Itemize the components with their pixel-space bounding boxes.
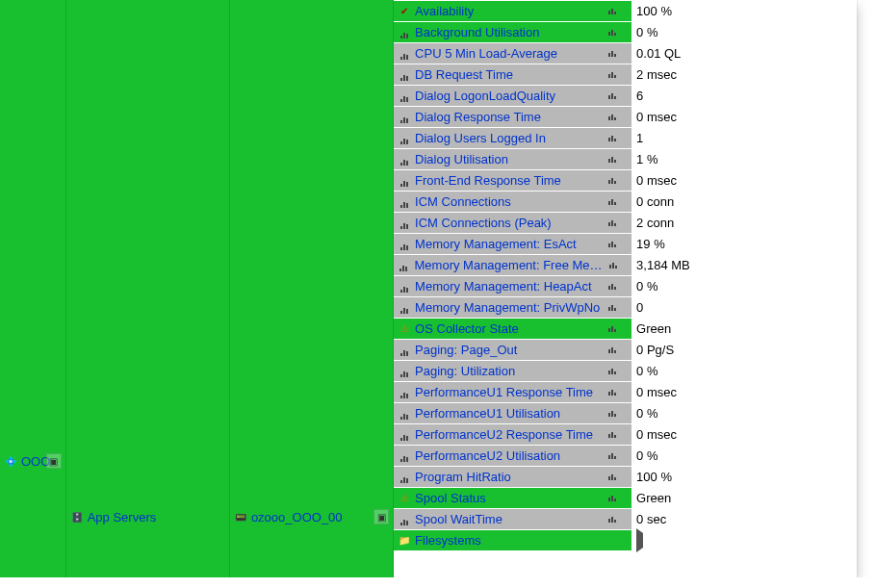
bar-chart-icon <box>398 112 411 123</box>
metric-row-name: PerformanceU1 Response Time <box>394 381 632 402</box>
tree-link-instance[interactable]: ozooo_OOO_00 <box>251 510 343 524</box>
mini-chart-icon[interactable] <box>608 115 624 120</box>
bar-chart-icon <box>398 366 411 377</box>
metric-link[interactable]: Memory Management: HeapAct <box>415 279 608 294</box>
expand-toggle[interactable]: ▣ <box>374 509 389 524</box>
mini-chart-icon[interactable] <box>608 30 624 36</box>
metric-link[interactable]: DB Request Time <box>415 67 608 82</box>
mini-chart-icon[interactable] <box>608 517 624 523</box>
metric-row-name: Dialog Users Logged In <box>394 127 632 148</box>
metric-link[interactable]: Program HitRatio <box>415 470 608 484</box>
bar-chart-icon <box>398 514 411 525</box>
metric-value-column: 100 %0 %0.01 QL2 msec60 msec11 %0 msec0 … <box>632 0 857 577</box>
metric-link[interactable]: Spool WaitTime <box>415 512 608 526</box>
mini-chart-icon[interactable] <box>608 432 624 438</box>
metric-link[interactable]: Dialog LogonLoadQuality <box>415 89 608 103</box>
mini-chart-icon[interactable] <box>608 347 624 353</box>
metric-row-value: 0 conn <box>632 191 857 212</box>
mini-chart-icon[interactable] <box>608 496 624 501</box>
metric-row-name: PerformanceU2 Response Time <box>394 423 632 445</box>
metric-link[interactable]: OS Collector State <box>415 321 608 336</box>
metric-link[interactable]: ICM Connections (Peak) <box>415 216 608 230</box>
metric-value: 0 % <box>636 448 657 463</box>
bar-chart-icon <box>398 27 411 38</box>
bar-chart-icon <box>398 429 411 441</box>
bar-chart-icon <box>398 196 411 208</box>
metric-link[interactable]: Filesystems <box>415 533 628 548</box>
bar-chart-icon <box>398 90 411 102</box>
metric-value: 0 msec <box>636 110 677 124</box>
metric-link[interactable]: PerformanceU2 Response Time <box>415 427 608 442</box>
metric-link[interactable]: ICM Connections <box>415 194 608 209</box>
mini-chart-icon[interactable] <box>608 157 624 163</box>
metric-link[interactable]: CPU 5 Min Load-Average <box>415 46 608 61</box>
bar-chart-icon <box>398 387 411 398</box>
metric-link[interactable]: Spool Status <box>415 491 608 505</box>
mini-chart-icon[interactable] <box>608 136 624 141</box>
mini-chart-icon[interactable] <box>608 390 624 396</box>
metric-row-value: 0 msec <box>632 169 857 191</box>
metric-link[interactable]: Front-End Response Time <box>415 173 608 188</box>
mini-chart-icon[interactable] <box>608 411 624 417</box>
metric-row-value: 2 msec <box>632 64 857 85</box>
metric-link[interactable]: PerformanceU1 Response Time <box>415 385 608 399</box>
metric-row-value: 0 <box>632 296 857 318</box>
mini-chart-icon[interactable] <box>608 51 624 57</box>
mini-chart-icon[interactable] <box>608 199 624 205</box>
mini-chart-icon[interactable] <box>608 474 624 480</box>
bar-chart-icon <box>398 69 411 81</box>
bar-chart-icon <box>398 281 411 293</box>
mini-chart-icon[interactable] <box>608 72 624 78</box>
metric-row-name: Dialog Response Time <box>394 106 632 127</box>
mini-chart-icon[interactable] <box>608 305 624 311</box>
metric-row-value: 0 sec <box>632 508 857 529</box>
mini-chart-icon[interactable] <box>608 220 624 226</box>
tree-col-root: 💠 OOO ▣ <box>0 0 66 577</box>
expand-arrow-icon[interactable] <box>636 528 643 552</box>
metric-row-value: 0 % <box>632 275 857 296</box>
metric-value: 1 % <box>636 152 657 166</box>
metric-value: 0 Pg/S <box>636 343 674 357</box>
metric-row-value: 1 <box>632 127 857 148</box>
mini-chart-icon[interactable] <box>608 453 624 459</box>
metric-value <box>636 533 643 548</box>
mini-chart-icon[interactable] <box>608 242 624 247</box>
metric-value: 0 sec <box>636 512 666 526</box>
mini-chart-icon[interactable] <box>608 326 624 332</box>
mini-chart-icon[interactable] <box>608 93 624 99</box>
mini-chart-icon[interactable] <box>608 369 624 374</box>
metric-link[interactable]: Background Utilisation <box>415 25 608 39</box>
mini-chart-icon[interactable] <box>608 178 624 184</box>
metric-name-column: ✔AvailabilityBackground UtilisationCPU 5… <box>394 0 632 577</box>
metric-link[interactable]: Dialog Users Logged In <box>415 131 608 145</box>
metric-value: 3,184 MB <box>636 258 690 272</box>
bar-chart-icon <box>398 260 410 271</box>
metric-link[interactable]: Dialog Utilisation <box>415 152 608 166</box>
metric-row-value: 100 % <box>632 0 857 21</box>
metric-link[interactable]: Paging: Page_Out <box>415 343 608 357</box>
metric-row-name: Memory Management: HeapAct <box>394 275 632 296</box>
metric-link[interactable]: PerformanceU1 Utilisation <box>415 406 608 421</box>
metric-value: 2 conn <box>636 216 674 230</box>
metric-value: 100 % <box>636 470 672 484</box>
metric-link[interactable]: PerformanceU2 Utilisation <box>415 448 608 463</box>
metric-link[interactable]: Availability <box>415 4 608 18</box>
metric-row-name: Memory Management: EsAct <box>394 233 632 254</box>
mini-chart-icon[interactable] <box>608 284 624 290</box>
metric-row-value: 0 % <box>632 402 857 423</box>
metric-link[interactable]: Dialog Response Time <box>415 110 608 124</box>
tree-col-instance: 📟 ozooo_OOO_00 ▣ <box>230 0 394 577</box>
metric-link[interactable]: Paging: Utilization <box>415 364 608 378</box>
system-icon: 💠 <box>4 455 17 469</box>
tree-link-app-servers[interactable]: App Servers <box>88 510 157 524</box>
metric-value: 0 % <box>636 406 657 421</box>
metric-link[interactable]: Memory Management: EsAct <box>415 237 608 251</box>
expand-toggle[interactable]: ▣ <box>46 453 62 469</box>
bar-chart-icon <box>398 239 411 250</box>
metric-link[interactable]: Memory Management: Free Memory <box>415 258 609 272</box>
mini-chart-icon[interactable] <box>608 9 624 14</box>
tree-col-app-servers: 🗄️ App Servers <box>66 0 230 577</box>
mini-chart-icon[interactable] <box>609 263 624 268</box>
bar-chart-icon <box>398 48 411 60</box>
metric-link[interactable]: Memory Management: PrivWpNo <box>415 300 608 315</box>
